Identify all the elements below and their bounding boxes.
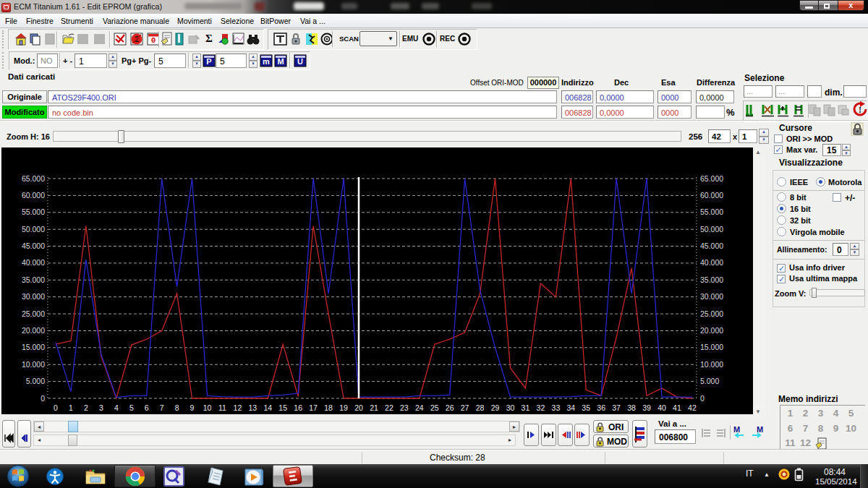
svg-text:45.000: 45.000 [700,241,723,250]
svg-text:0: 0 [151,36,156,45]
svg-text:U: U [297,57,303,66]
svg-text:37: 37 [612,403,621,412]
svg-text:33: 33 [552,403,561,412]
svg-text:28: 28 [476,403,485,412]
svg-text:60.000: 60.000 [700,191,723,200]
svg-text:10.000: 10.000 [700,360,723,369]
svg-text:5.000: 5.000 [700,377,719,385]
svg-text:24: 24 [415,403,424,412]
svg-text:10: 10 [203,403,212,412]
svg-text:8: 8 [175,403,179,412]
svg-text:29: 29 [491,403,500,412]
svg-text:27: 27 [461,403,469,412]
svg-text:32: 32 [537,403,545,412]
svg-text:60.000: 60.000 [22,191,45,200]
svg-text:16: 16 [294,403,302,412]
svg-text:14: 14 [263,403,272,412]
svg-text:P: P [206,57,211,66]
svg-text:40.000: 40.000 [700,258,723,267]
svg-text:5: 5 [129,403,134,412]
svg-text:11: 11 [218,403,226,412]
svg-text:15.000: 15.000 [22,343,45,351]
svg-text:7: 7 [160,403,164,412]
svg-text:45.000: 45.000 [22,241,45,250]
svg-text:31: 31 [522,403,530,412]
svg-text:2: 2 [84,403,88,412]
svg-text:0: 0 [41,394,45,403]
svg-text:6: 6 [145,403,149,412]
svg-text:18: 18 [324,403,333,412]
svg-text:42: 42 [688,403,697,412]
svg-text:50.000: 50.000 [700,225,723,234]
svg-text:41: 41 [673,403,681,412]
svg-text:30.000: 30.000 [22,292,45,301]
svg-text:0: 0 [700,394,705,403]
svg-text:55.000: 55.000 [22,207,45,216]
svg-text:m: m [263,57,270,66]
svg-text:5.000: 5.000 [26,377,45,385]
svg-text:15.000: 15.000 [700,343,723,351]
svg-text:35: 35 [582,403,590,412]
svg-text:20.000: 20.000 [22,326,45,335]
svg-text:19: 19 [339,403,348,412]
svg-text:9: 9 [190,403,195,412]
svg-text:25.000: 25.000 [700,309,723,318]
svg-text:40.000: 40.000 [22,258,45,267]
svg-text:M: M [277,57,284,66]
svg-text:17: 17 [309,403,318,412]
svg-text:22: 22 [385,403,393,412]
svg-text:34: 34 [566,403,575,412]
svg-text:38: 38 [627,403,636,412]
svg-text:12: 12 [234,403,242,412]
svg-text:35.000: 35.000 [22,275,45,284]
svg-text:4: 4 [114,403,119,412]
svg-text:50.000: 50.000 [22,225,45,234]
svg-text:65.000: 65.000 [700,174,723,183]
svg-text:20: 20 [354,403,363,412]
svg-text:13: 13 [248,403,257,412]
svg-text:0: 0 [54,403,58,412]
svg-text:20.000: 20.000 [700,326,723,335]
svg-text:!: ! [859,105,861,115]
svg-text:39: 39 [642,403,651,412]
svg-text:30.000: 30.000 [700,292,723,301]
svg-text:40: 40 [658,403,666,412]
svg-text:36: 36 [597,403,605,412]
svg-text:21: 21 [370,403,378,412]
svg-text:25.000: 25.000 [22,309,45,318]
svg-text:15: 15 [278,403,287,412]
svg-text:55.000: 55.000 [700,207,723,216]
svg-text:23: 23 [400,403,409,412]
svg-text:30: 30 [506,403,515,412]
svg-text:1: 1 [69,403,73,412]
svg-text:25: 25 [430,403,439,412]
svg-text:26: 26 [446,403,454,412]
svg-text:35.000: 35.000 [700,275,723,284]
svg-text:10.000: 10.000 [22,360,45,369]
svg-text:3: 3 [99,403,103,412]
svg-text:65.000: 65.000 [22,174,45,183]
